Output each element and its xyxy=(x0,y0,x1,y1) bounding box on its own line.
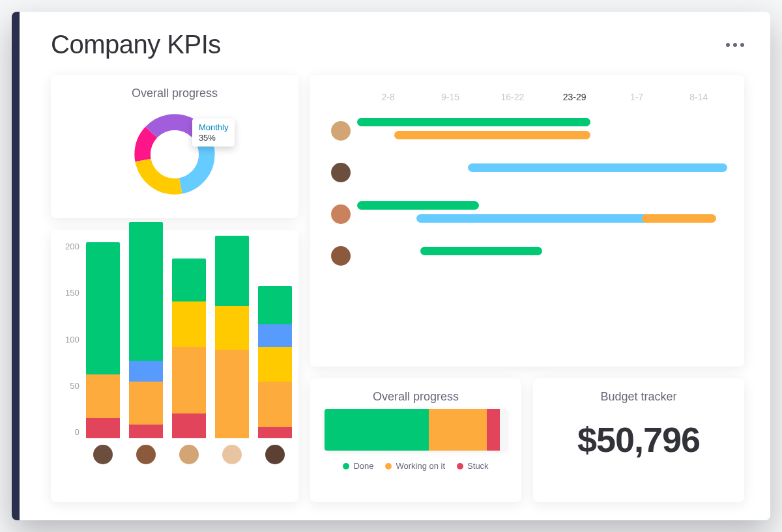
avatar xyxy=(331,246,351,266)
gantt-bar[interactable] xyxy=(357,201,479,210)
svg-point-4 xyxy=(151,130,199,178)
tooltip-label: Monthly xyxy=(199,122,229,133)
gantt-column-header[interactable]: 8-14 xyxy=(668,92,730,102)
bar-segment-blue xyxy=(258,324,292,347)
gantt-bars-cell xyxy=(357,163,727,182)
bar-segment-red xyxy=(86,418,120,439)
bar-column xyxy=(258,286,292,465)
bar-segment-green xyxy=(215,236,249,307)
avatar xyxy=(331,163,351,182)
gantt-rows xyxy=(325,118,730,269)
gantt-card: 2-89-1516-2223-291-78-14 xyxy=(310,75,744,367)
donut-tooltip: Monthly 35% xyxy=(192,119,235,147)
bar-segment-yellow xyxy=(215,306,249,350)
main-area: Company KPIs Overall progress Monthly 35… xyxy=(20,12,770,520)
bar-segment-orange xyxy=(86,374,120,418)
left-side-rail xyxy=(12,12,20,520)
bar-column xyxy=(215,236,249,465)
gantt-column-header[interactable]: 2-8 xyxy=(357,92,419,102)
bar-column xyxy=(86,242,120,464)
legend-item: Stuck xyxy=(457,461,489,471)
legend-dot xyxy=(457,463,463,469)
gantt-column-header[interactable]: 23-29 xyxy=(543,92,605,102)
header: Company KPIs xyxy=(51,30,744,59)
avatar xyxy=(93,445,113,464)
bar-segment-red xyxy=(258,427,292,439)
bar-segment-yellow xyxy=(172,301,206,347)
card-title: Overall progress xyxy=(65,87,284,100)
progress-segment xyxy=(325,409,429,451)
gantt-bars-cell xyxy=(357,201,727,227)
bar-segment-green xyxy=(86,242,120,374)
widget-grid: Overall progress Monthly 35% 20015010050… xyxy=(51,75,744,502)
gantt-column-header[interactable]: 16-22 xyxy=(482,92,543,102)
y-tick: 100 xyxy=(65,335,80,344)
legend-label: Done xyxy=(353,461,373,471)
gantt-row xyxy=(325,201,727,227)
avatar xyxy=(265,445,285,464)
gantt-bar[interactable] xyxy=(420,247,542,255)
bar-segment-green xyxy=(258,286,292,325)
bar-segment-blue xyxy=(129,361,163,382)
gantt-bar[interactable] xyxy=(642,214,716,223)
progress-bar xyxy=(325,409,507,451)
bar-segment-yellow xyxy=(258,347,292,382)
avatar xyxy=(331,121,351,141)
dashboard-page: Company KPIs Overall progress Monthly 35… xyxy=(12,12,770,520)
bar-column xyxy=(172,259,206,465)
overall-progress-bar-card: Overall progress DoneWorking on itStuck xyxy=(310,378,521,502)
gantt-row xyxy=(325,243,727,269)
bars-area xyxy=(86,242,292,464)
tooltip-value: 35% xyxy=(199,133,229,143)
legend-dot xyxy=(343,463,349,469)
bar-stack xyxy=(129,222,163,439)
y-tick: 150 xyxy=(65,288,80,298)
gantt-column-header[interactable]: 1-7 xyxy=(605,92,667,102)
gantt-bars-cell xyxy=(357,118,727,144)
card-title: Overall progress xyxy=(325,390,507,404)
legend-label: Working on it xyxy=(396,461,445,471)
gantt-header: 2-89-1516-2223-291-78-14 xyxy=(325,92,730,102)
avatar xyxy=(136,445,156,464)
bar-segment-green xyxy=(172,259,206,302)
progress-legend: DoneWorking on itStuck xyxy=(325,461,507,471)
y-tick: 50 xyxy=(70,381,79,391)
bar-segment-orange xyxy=(129,382,163,425)
gantt-row xyxy=(325,160,727,186)
stacked-bar-chart: 200150100500 xyxy=(65,242,284,464)
bar-segment-red xyxy=(172,413,206,439)
bar-column xyxy=(129,222,163,465)
gantt-column-header[interactable]: 9-15 xyxy=(419,92,481,102)
bar-segment-green xyxy=(129,222,163,361)
bar-stack xyxy=(86,242,120,438)
avatar xyxy=(331,204,351,224)
legend-item: Working on it xyxy=(385,461,445,471)
donut-chart: Monthly 35% xyxy=(65,105,284,203)
gantt-bar[interactable] xyxy=(468,163,727,172)
budget-tracker-card: Budget tracker $50,796 xyxy=(533,378,744,502)
bar-stack xyxy=(172,259,206,439)
gantt-bars-cell xyxy=(357,247,727,265)
gantt-bar[interactable] xyxy=(394,131,590,139)
page-title: Company KPIs xyxy=(51,30,221,59)
bar-segment-orange xyxy=(172,347,206,413)
more-menu-button[interactable] xyxy=(726,43,744,47)
y-tick: 200 xyxy=(65,242,80,251)
legend-dot xyxy=(385,463,392,469)
overall-progress-donut-card: Overall progress Monthly 35% xyxy=(51,75,298,218)
bar-stack xyxy=(215,236,249,439)
bottom-row: Overall progress DoneWorking on itStuck … xyxy=(310,378,744,502)
bar-stack xyxy=(258,286,292,439)
gantt-bar[interactable] xyxy=(416,214,672,223)
gantt-bar[interactable] xyxy=(357,118,590,126)
bar-segment-orange xyxy=(215,350,249,439)
legend-item: Done xyxy=(343,461,373,471)
progress-segment xyxy=(500,409,507,451)
bar-segment-red xyxy=(129,425,163,438)
y-axis: 200150100500 xyxy=(65,242,86,464)
bar-segment-orange xyxy=(258,382,292,427)
y-tick: 0 xyxy=(74,427,79,437)
gantt-row xyxy=(325,118,727,144)
card-title: Budget tracker xyxy=(547,390,730,404)
progress-segment xyxy=(429,409,487,451)
